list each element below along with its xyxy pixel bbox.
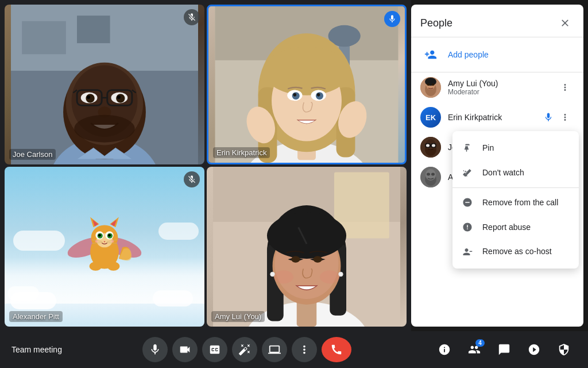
meeting-title: Team meeting: [11, 345, 62, 354]
panel-header: People: [411, 5, 583, 37]
svg-point-81: [320, 270, 340, 283]
camera-button[interactable]: [172, 337, 198, 362]
chat-button[interactable]: [492, 337, 517, 362]
panel-title: People: [420, 17, 452, 29]
svg-point-17: [117, 95, 121, 99]
amy-tile-name: Amy Lui (You): [211, 311, 265, 322]
security-button[interactable]: [551, 337, 577, 362]
svg-point-44: [90, 262, 102, 271]
captions-button[interactable]: [202, 337, 227, 362]
dont-watch-label: Don't watch: [482, 168, 524, 177]
joe-mute-icon: [184, 9, 200, 25]
svg-point-99: [427, 173, 430, 176]
amy-avatar: [420, 77, 441, 98]
add-person-icon: [420, 44, 441, 65]
remove-cohost-label: Remove as co-host: [482, 247, 552, 256]
dropdown-remove-call[interactable]: Remove from the call: [452, 190, 579, 215]
svg-point-45: [107, 262, 120, 271]
svg-point-16: [87, 95, 90, 99]
add-people-label: Add people: [448, 50, 489, 59]
person-remove-icon: [462, 246, 473, 257]
dropdown-report-abuse[interactable]: Report abuse: [452, 214, 579, 239]
controls-right: 4: [432, 337, 577, 362]
erin-speaking-icon: [384, 11, 400, 27]
svg-point-57: [108, 234, 111, 237]
svg-point-38: [317, 93, 320, 97]
svg-point-19: [74, 115, 134, 143]
amy-name: Amy Lui (You): [448, 79, 556, 88]
video-grid: Joe Carlson: [0, 0, 411, 331]
people-badge: 4: [475, 339, 485, 347]
more-options-button[interactable]: [292, 337, 317, 362]
svg-point-80: [273, 270, 293, 283]
close-panel-button[interactable]: [556, 14, 574, 32]
person-item-amy: Amy Lui (You) Moderator: [411, 72, 583, 102]
svg-point-14: [86, 94, 94, 102]
svg-point-85: [425, 78, 436, 86]
amy-actions: [556, 78, 574, 97]
meeting-info-button[interactable]: [432, 337, 457, 362]
alexander-avatar: [420, 167, 441, 187]
svg-point-32: [264, 47, 350, 95]
svg-point-95: [432, 144, 435, 147]
erin-name: Erin Kirkpatrick: [448, 113, 543, 122]
joe-avatar: [420, 137, 441, 158]
remove-call-label: Remove from the call: [482, 198, 558, 207]
erin-speaking-status: [543, 112, 554, 123]
no-video-icon: [462, 167, 473, 178]
report-abuse-label: Report abuse: [482, 223, 531, 232]
svg-rect-3: [77, 16, 110, 43]
microphone-button[interactable]: [142, 337, 168, 362]
main-area: Joe Carlson: [0, 0, 588, 331]
svg-point-94: [426, 144, 430, 147]
bottom-bar: Team meeting: [0, 331, 588, 368]
video-tile-amy: Amy Lui (You): [207, 167, 407, 327]
add-people-button[interactable]: Add people: [411, 37, 583, 72]
activities-button[interactable]: [521, 337, 547, 362]
pin-label: Pin: [482, 143, 494, 152]
svg-point-76: [291, 256, 300, 263]
erin-tile-name: Erin Kirkpatrick: [213, 147, 270, 158]
svg-point-100: [431, 173, 435, 176]
erin-avatar-initials: EK: [425, 113, 436, 122]
present-button[interactable]: [262, 337, 287, 362]
person-item-erin: EK Erin Kirkpatrick: [411, 102, 583, 132]
dropdown-pin[interactable]: Pin: [452, 136, 579, 160]
svg-rect-2: [22, 21, 66, 55]
svg-point-56: [98, 234, 101, 237]
amy-role: Moderator: [448, 88, 556, 96]
alexander-mute-icon: [184, 171, 200, 187]
svg-point-87: [432, 83, 435, 86]
svg-point-37: [293, 93, 297, 97]
erin-more-button[interactable]: [556, 108, 574, 126]
svg-point-75: [267, 213, 346, 259]
video-tile-erin: Erin Kirkpatrick: [207, 5, 407, 164]
people-panel: People Add people: [411, 5, 583, 327]
people-panel-button[interactable]: 4: [462, 337, 487, 362]
svg-point-86: [427, 83, 430, 86]
dropdown-remove-cohost[interactable]: Remove as co-host: [452, 239, 579, 264]
controls-center: [142, 337, 351, 362]
amy-more-button[interactable]: [556, 78, 574, 97]
amy-info: Amy Lui (You) Moderator: [448, 79, 556, 96]
svg-point-15: [116, 94, 125, 102]
svg-point-77: [314, 256, 322, 263]
pin-icon: [462, 143, 473, 154]
erin-info: Erin Kirkpatrick: [448, 113, 543, 122]
video-tile-alexander: Alexander Pitt: [5, 167, 204, 327]
video-tile-joe: Joe Carlson: [5, 5, 204, 164]
erin-actions: [543, 108, 574, 126]
context-dropdown-menu: Pin Don't watch Remove from t: [452, 131, 579, 269]
erin-avatar: EK: [420, 107, 441, 128]
alexander-tile-name: Alexander Pitt: [9, 311, 63, 322]
remove-circle-icon: [462, 197, 473, 208]
effects-button[interactable]: [232, 337, 257, 362]
joe-tile-name: Joe Carlson: [9, 149, 56, 160]
meeting-title-area: Team meeting: [11, 344, 62, 355]
alert-circle-icon: [462, 221, 473, 232]
end-call-button[interactable]: [322, 337, 351, 362]
dropdown-divider-1: [452, 187, 579, 188]
dropdown-dont-watch[interactable]: Don't watch: [452, 160, 579, 185]
